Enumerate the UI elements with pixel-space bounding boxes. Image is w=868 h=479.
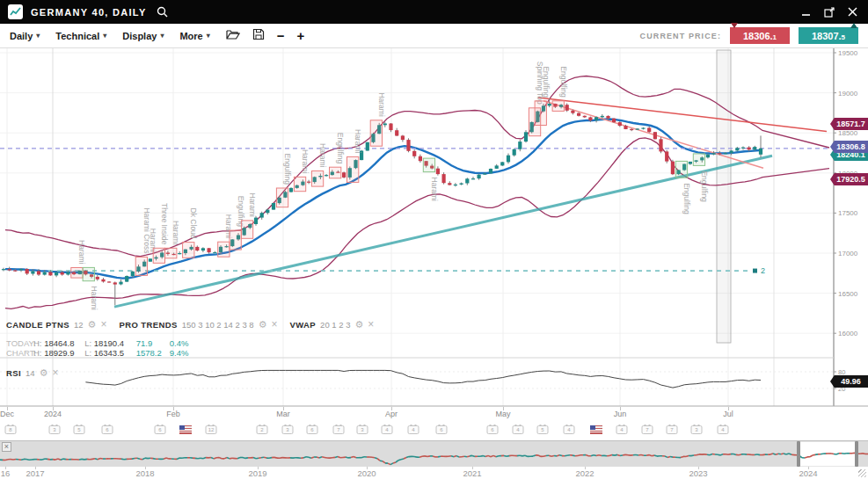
navigator-close-button[interactable]: ×: [2, 442, 11, 452]
timeline-navigator[interactable]: ×: [0, 440, 868, 467]
year-label: 2022: [575, 468, 594, 478]
calendar-event-icon[interactable]: 2: [257, 425, 268, 434]
chevron-down-icon: ▾: [36, 32, 40, 40]
gear-icon[interactable]: ⚙: [354, 320, 363, 330]
anchor-marker[interactable]: [753, 269, 757, 273]
calendar-event-icon[interactable]: 3: [49, 425, 61, 434]
svg-text:19500: 19500: [838, 49, 858, 57]
svg-text:17000: 17000: [838, 250, 858, 258]
calendar-event-icon[interactable]: 4: [513, 425, 524, 434]
ask-price-badge[interactable]: 18307.5: [799, 27, 858, 44]
remove-indicator-icon[interactable]: ×: [100, 319, 106, 330]
calendar-event-icon[interactable]: 7: [333, 425, 345, 434]
rsi-panel[interactable]: 8020: [0, 368, 845, 393]
today-stats-row: TODAY: H: 18464.8 L: 18190.4 71.9 0.4%: [6, 338, 188, 348]
search-icon[interactable]: [157, 6, 168, 18]
chart-stats-row: CHART: H: 18929.9 L: 16343.5 1578.2 9.4%: [6, 348, 188, 358]
pro-trends-indicator: PRO TRENDS150 3 10 2 14 2 3 8 ⚙×: [119, 319, 277, 330]
calendar-event-icon[interactable]: 3: [691, 425, 703, 434]
svg-text:Harami: Harami: [77, 240, 86, 265]
window-title: GERMANY 40, DAILY: [31, 7, 147, 18]
display-menu[interactable]: Display▾: [122, 31, 164, 41]
gear-icon[interactable]: ⚙: [88, 320, 97, 330]
highlight-region[interactable]: [717, 50, 731, 343]
flag-us-icon[interactable]: [179, 425, 192, 434]
title-bar: GERMANY 40, DAILY: [0, 0, 868, 24]
calendar-event-icon[interactable]: 6: [155, 425, 166, 434]
calendar-event-icon[interactable]: 3: [282, 425, 294, 434]
svg-text:Dk Cloud: Dk Cloud: [189, 208, 198, 239]
calendar-event-icon[interactable]: 6: [436, 425, 448, 434]
svg-text:Engulfing: Engulfing: [542, 66, 551, 98]
calendar-event-icon[interactable]: 6: [102, 425, 113, 434]
x-axis-label: Feb: [166, 410, 180, 418]
year-label: 16: [1, 468, 11, 478]
remove-indicator-icon[interactable]: ×: [368, 319, 374, 330]
x-axis-label: Jun: [614, 410, 627, 418]
flag-us-icon[interactable]: [590, 425, 602, 434]
save-icon[interactable]: [252, 28, 265, 44]
remove-indicator-icon[interactable]: ×: [272, 319, 278, 330]
x-axis-label: 2024: [44, 410, 62, 418]
resize-grip[interactable]: [858, 469, 866, 477]
svg-text:Harami: Harami: [430, 178, 439, 202]
calendar-event-icon[interactable]: 4: [408, 425, 419, 434]
svg-text:Engulfing: Engulfing: [682, 183, 691, 214]
svg-text:80: 80: [838, 368, 845, 376]
more-menu[interactable]: More▾: [179, 31, 209, 41]
calendar-event-icon[interactable]: 7: [642, 425, 653, 434]
remove-indicator-icon[interactable]: ×: [53, 367, 59, 378]
svg-text:Harami: Harami: [171, 221, 180, 245]
close-button[interactable]: [848, 7, 857, 17]
bid-price-badge[interactable]: 18306.1: [730, 27, 790, 44]
chevron-down-icon: ▾: [160, 32, 164, 40]
x-axis-label: Mar: [276, 410, 290, 418]
price-axis[interactable]: 1950019000185001800017500170001650016000: [834, 48, 858, 406]
navigator-right-handle[interactable]: [855, 441, 858, 467]
calendar-event-icon[interactable]: 4: [718, 425, 729, 434]
calendar-event-icon[interactable]: 3: [357, 425, 368, 434]
calendar-event-icon[interactable]: 4: [564, 425, 575, 434]
year-label: 2017: [26, 468, 44, 478]
zoom-out-button[interactable]: −: [277, 29, 285, 42]
open-folder-icon[interactable]: [226, 28, 240, 44]
moving-average-line: [5, 120, 762, 279]
calendar-event-icon[interactable]: 6: [487, 425, 499, 434]
main-chart-area: 2HaramiHaramiHarami CrossHaramiThree Ins…: [0, 48, 868, 407]
gear-icon[interactable]: ⚙: [40, 368, 48, 378]
calendar-event-icon[interactable]: 6: [307, 425, 318, 434]
svg-text:Harami: Harami: [377, 92, 386, 117]
technical-menu[interactable]: Technical▾: [55, 31, 106, 41]
x-axis-label: May: [495, 410, 510, 418]
anchor-label: 2: [761, 266, 765, 275]
calendar-event-icon[interactable]: 5: [537, 425, 549, 434]
svg-text:16500: 16500: [838, 290, 858, 298]
year-label: 2021: [463, 468, 481, 478]
year-label: 2023: [689, 468, 707, 478]
calendar-event-icon[interactable]: 4: [382, 425, 393, 434]
year-label: 2019: [248, 468, 266, 478]
rsi-value-tag: 49.96: [830, 375, 868, 388]
calendar-event-icon[interactable]: 4: [616, 425, 628, 434]
x-axis-label: Jul: [723, 410, 733, 418]
year-label: 2018: [135, 468, 154, 478]
calendar-events-strip: 835661223673446645447734: [0, 421, 868, 440]
svg-text:Engulfing: Engulfing: [283, 154, 292, 185]
calendar-event-icon[interactable]: 12: [206, 425, 217, 434]
rsi-indicator-legend: RSI14 ⚙×: [6, 367, 59, 378]
calendar-event-icon[interactable]: 7: [667, 425, 678, 434]
minimize-button[interactable]: [801, 7, 811, 17]
gear-icon[interactable]: ⚙: [259, 320, 267, 330]
svg-text:Harami: Harami: [90, 287, 98, 311]
popout-button[interactable]: [824, 7, 835, 18]
navigator-years-strip: 1620172018201920202021202220232024: [0, 467, 868, 479]
calendar-event-icon[interactable]: 5: [74, 425, 85, 434]
x-axis-strip[interactable]: Dec2024FebMarAprMayJunJul: [0, 407, 868, 421]
calendar-event-icon[interactable]: 8: [5, 425, 17, 434]
navigator-left-handle[interactable]: [797, 441, 800, 467]
upper-band-price-tag: 18571.7: [830, 118, 868, 130]
chart-toolbar: Daily▾ Technical▾ Display▾ More▾ − + CUR…: [0, 24, 868, 48]
zoom-in-button[interactable]: +: [296, 29, 304, 42]
resistance-trendline-1[interactable]: [538, 98, 827, 131]
timeframe-menu[interactable]: Daily▾: [10, 31, 40, 41]
